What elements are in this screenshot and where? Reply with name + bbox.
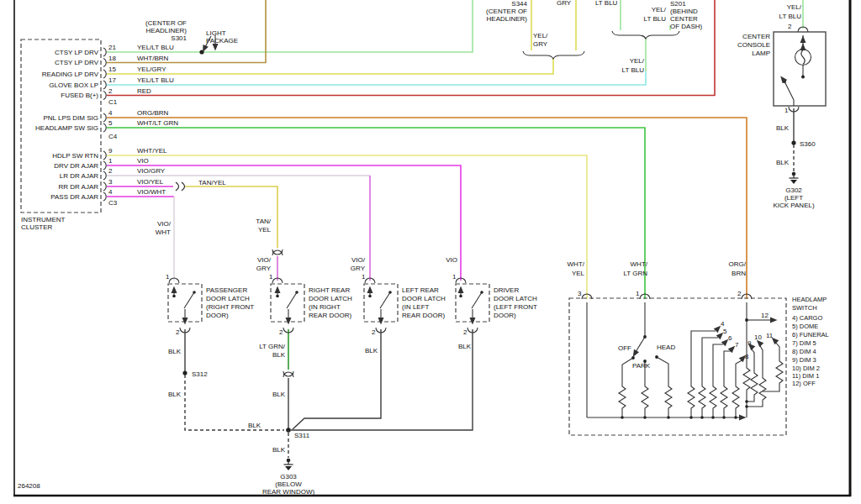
latch3-label-3: (IN LEFT — [402, 303, 430, 311]
latch3-wire-top-2: GRY — [351, 265, 366, 272]
cluster-wire-5: ORG/BRN — [137, 109, 169, 117]
hls-legend-9: 11) DIM 1 — [792, 372, 819, 380]
cluster-pin-9: 2 — [108, 167, 113, 175]
latch2-wire-mid-1: VIO/ — [257, 256, 272, 264]
cluster-pin-2: 15 — [108, 66, 116, 73]
console-blk-upper: BLK — [776, 124, 790, 132]
cluster-wire-6: WHT/LT GRN — [137, 119, 178, 127]
g303-label-3: REAR WINDOW) — [262, 488, 315, 496]
cluster-pin-7: 9 — [108, 147, 113, 155]
hls-legend-8: 10) DIM 2 — [792, 365, 820, 372]
latch1-wire-label-1: VIO/ — [157, 220, 172, 228]
s311-splice-dot — [286, 428, 291, 433]
latch1-pin-1: 1 — [166, 273, 170, 281]
hls-tap-5: 5 — [723, 328, 727, 335]
tan-yel-splice-label: TAN/YEL — [198, 179, 226, 186]
latch4-blk-label: BLK — [458, 343, 472, 350]
hls-wire3-l2: BRN — [732, 270, 746, 277]
join-wire-label-2: LT BLU — [622, 66, 645, 74]
light-package-label-2: PACKAGE — [206, 37, 238, 45]
cluster-signal-8: DRV DR AJAR — [54, 162, 98, 170]
latch2-contact-dot — [276, 295, 279, 298]
s311-blk-label: BLK — [248, 422, 261, 429]
latch1-label-3: (RIGHT FRONT — [206, 303, 254, 311]
latch2-wire-bottom-2: BLK — [272, 351, 286, 359]
cluster-pin-5: 4 — [108, 109, 113, 117]
latch2-blk-label: BLK — [272, 391, 286, 398]
latch4-label-3: (LEFT FRONT — [494, 303, 537, 311]
hls-legend-6: 8) DIM 4 — [792, 348, 816, 355]
s360-splice-dot — [791, 140, 795, 144]
cluster-signal-3: GLOVE BOX LP — [49, 81, 98, 89]
wiring-diagram-page: CTSY LP DRV CTSY LP DRV READING LP DRV G… — [0, 0, 861, 504]
latch4-wire-top-1: VIO — [446, 256, 457, 264]
cluster-signal-6: HEADLAMP SW SIG — [35, 124, 98, 132]
cluster-wire-4: RED — [137, 87, 151, 95]
cluster-wire-9: VIO/GRY — [137, 167, 166, 175]
console-pin-2: 2 — [788, 23, 792, 30]
gry-wire-label: GRY — [557, 0, 572, 7]
latch2-label-1: RIGHT REAR — [309, 286, 350, 294]
hls-tap-10: 10 — [754, 333, 762, 341]
console-pin-1: 1 — [784, 107, 789, 114]
console-wire-label-2: LT BLU — [779, 13, 802, 20]
latch2-wire-top-2: YEL — [258, 226, 272, 234]
wiring-diagram-canvas: CTSY LP DRV CTSY LP DRV READING LP DRV G… — [0, 0, 861, 504]
hls-legend-0: HEADLAMP — [792, 296, 827, 303]
latch3-pin-1: 1 — [362, 273, 366, 281]
latch3-label-2: DOOR LATCH — [402, 295, 446, 302]
latch4-pin-1: 1 — [452, 273, 457, 281]
latch3-contact-dot — [368, 295, 372, 298]
hls-wire2-l1: WHT/ — [631, 260, 648, 268]
latch1-wire-label-2: WHT — [156, 228, 171, 236]
lt-blu-wire-label: LT BLU — [595, 0, 618, 7]
s344-label-1: S344 — [511, 0, 527, 8]
s344-wire-label-1: YEL/ — [533, 32, 548, 39]
s344-label-3: HEADLINER) — [487, 15, 528, 23]
latch4-label-2: DOOR LATCH — [494, 295, 537, 302]
hls-off-label: OFF — [618, 344, 631, 352]
cluster-caption-1: INSTRUMENT — [21, 216, 66, 223]
hls-legend-5: 7) DIM 5 — [792, 339, 816, 347]
g302-label-1: G302 — [785, 186, 802, 194]
cluster-signal-4: FUSED B(+) — [61, 92, 98, 99]
s201-wire-label-2: LT BLU — [644, 15, 667, 23]
cluster-pin-11: 4 — [108, 188, 113, 196]
latch2-label-4: REAR DOOR) — [309, 312, 351, 319]
latch4-label-4: DOOR) — [494, 312, 516, 319]
latch1-blk-label: BLK — [168, 348, 182, 355]
cluster-pin-4: 2 — [108, 87, 113, 95]
s344-wire-label-2: GRY — [533, 40, 548, 48]
cluster-wire-8: VIO — [137, 157, 149, 165]
hls-wire2-l2: LT GRN — [623, 270, 647, 277]
s312-label: S312 — [192, 370, 208, 378]
s312-blk-label: BLK — [168, 391, 182, 398]
cluster-signal-0: CTSY LP DRV — [55, 49, 99, 56]
latch3-label-1: LEFT REAR — [402, 286, 439, 294]
latch1-contact-dot — [172, 295, 176, 298]
latch3-blk-label: BLK — [365, 347, 378, 354]
s344-label-2: (CENTER OF — [486, 8, 527, 15]
s311-label: S311 — [294, 432, 310, 439]
hls-tap-4: 4 — [721, 320, 725, 328]
latch2-wire-bottom-1: LT GRN/ — [259, 343, 286, 350]
hls-legend-2: 4) CARGO — [792, 314, 822, 322]
cluster-caption-2: CLUSTER — [21, 223, 53, 231]
latch1-label-1: PASSENGER — [206, 286, 247, 294]
s312-splice-dot — [182, 370, 187, 375]
hls-pin-1: 1 — [636, 290, 640, 297]
cluster-pin-0: 21 — [108, 44, 116, 51]
cluster-signal-9: LR DR AJAR — [60, 172, 98, 180]
cluster-signal-10: RR DR AJAR — [58, 183, 98, 191]
hls-wire1-l1: WHT/ — [568, 260, 585, 268]
g303-blk-label: BLK — [272, 446, 286, 454]
hls-tap-12: 12 — [761, 312, 769, 319]
latch1-label-4: DOOR) — [206, 312, 229, 319]
g302-label-2: (LEFT — [784, 194, 803, 202]
hls-tap-8: 8 — [745, 353, 749, 360]
light-package-label-1: LIGHT — [206, 29, 226, 37]
s301-label-2: HEADLINER) — [146, 27, 188, 34]
latch3-wire-top-1: VIO/ — [351, 256, 366, 264]
latch4-contact-dot — [459, 295, 462, 298]
cluster-signal-2: READING LP DRV — [42, 71, 99, 78]
